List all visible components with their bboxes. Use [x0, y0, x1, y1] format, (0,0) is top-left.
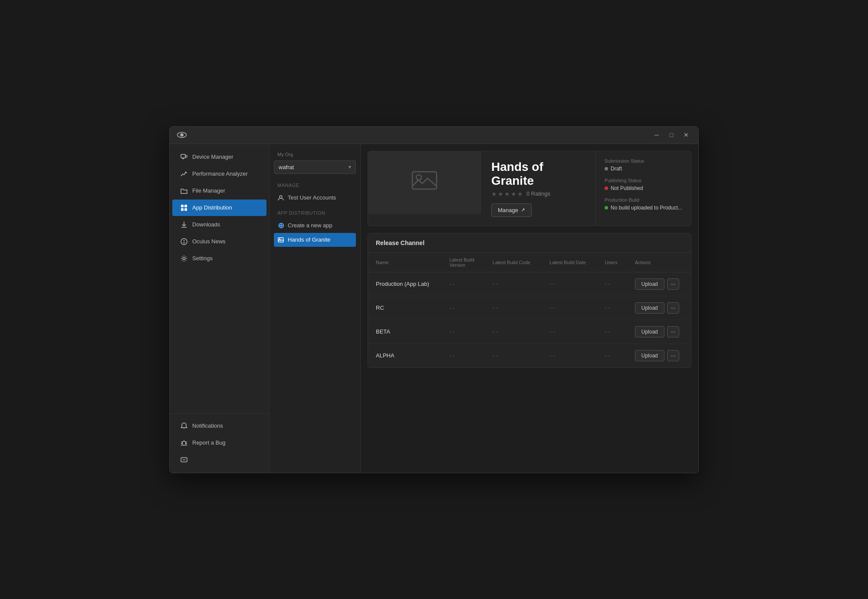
sidebar-item-file-manager[interactable]: File Manager: [172, 183, 266, 199]
col-latest-build-version: Latest BuildVersion: [441, 253, 485, 272]
sidebar-item-notifications[interactable]: Notifications: [172, 418, 266, 434]
sidebar-item-downloads[interactable]: Downloads: [172, 216, 266, 233]
sidebar-top: Device Manager Performance Analyzer: [170, 148, 269, 413]
sidebar-item-settings-label: Settings: [192, 255, 213, 262]
sidebar-item-oculus-news[interactable]: Oculus News: [172, 233, 266, 250]
sidebar-item-info[interactable]: [172, 452, 266, 468]
sidebar-item-device-manager-label: Device Manager: [192, 154, 233, 160]
mid-item-create-new-app-label: Create a new app: [288, 222, 332, 229]
svg-point-29: [279, 239, 280, 239]
sidebar-item-report-bug[interactable]: Report a Bug: [172, 435, 266, 451]
sidebar-item-performance-label: Performance Analyzer: [192, 170, 248, 177]
app-logo: [176, 129, 188, 141]
gear-icon: [180, 255, 188, 262]
app-dist-section-label: App Distribution: [274, 205, 356, 218]
svg-point-31: [416, 175, 421, 180]
mid-item-hands-of-granite[interactable]: Hands of Granite: [274, 233, 356, 247]
cell-build-version-alpha: - -: [441, 344, 485, 367]
actions-cell-alpha: Upload ···: [635, 350, 683, 361]
grid-icon: [180, 204, 188, 212]
sidebar-item-notifications-label: Notifications: [192, 422, 223, 429]
upload-button-production[interactable]: Upload: [635, 278, 664, 290]
status-panel: Submission Status Draft Publishing Statu…: [595, 151, 691, 226]
bug-icon: [180, 439, 188, 447]
org-name: wafrat: [279, 164, 294, 170]
more-button-beta[interactable]: ···: [667, 326, 679, 337]
close-button[interactable]: ✕: [680, 130, 692, 140]
sidebar-item-app-distribution[interactable]: App Distribution: [172, 200, 266, 216]
device-icon: [180, 153, 188, 161]
mid-item-create-new-app[interactable]: ⊕ Create a new app: [274, 219, 356, 232]
sidebar-item-settings[interactable]: Settings: [172, 250, 266, 267]
svg-rect-9: [181, 208, 184, 211]
external-link-icon: ↗: [521, 207, 525, 213]
maximize-button[interactable]: □: [665, 130, 677, 140]
cell-build-version-production: - -: [441, 272, 485, 296]
table-row: BETA - - - - - - - - Upload ···: [368, 320, 691, 344]
cell-build-code-beta: - -: [485, 320, 542, 344]
mid-panel: My Org wafrat ▾ Manage Test User Account…: [270, 144, 361, 473]
mid-item-hands-of-granite-label: Hands of Granite: [288, 236, 330, 243]
sidebar-item-oculus-news-label: Oculus News: [192, 238, 226, 245]
minimize-button[interactable]: ─: [651, 130, 663, 140]
col-actions: Actions: [627, 253, 691, 272]
more-button-alpha[interactable]: ···: [667, 350, 679, 361]
actions-cell-beta: Upload ···: [635, 326, 683, 337]
table-row: ALPHA - - - - - - - - Upload ···: [368, 344, 691, 367]
content-area: Hands of Granite ★ ★ ★ ★ ★ 0 Ratings Man…: [361, 144, 698, 473]
upload-button-rc[interactable]: Upload: [635, 302, 664, 314]
manage-section-label: Manage: [274, 181, 356, 190]
app-header-card: Hands of Granite ★ ★ ★ ★ ★ 0 Ratings Man…: [368, 151, 691, 226]
sidebar-item-app-dist-label: App Distribution: [192, 204, 232, 211]
sidebar-item-device-manager[interactable]: Device Manager: [172, 149, 266, 165]
upload-button-beta[interactable]: Upload: [635, 326, 664, 337]
cell-build-date-beta: - -: [542, 320, 597, 344]
sidebar-item-performance-analyzer[interactable]: Performance Analyzer: [172, 166, 266, 182]
mid-item-test-user-accounts-label: Test User Accounts: [288, 194, 336, 201]
cell-actions-rc: Upload ···: [627, 296, 691, 320]
chart-icon: [180, 170, 188, 178]
app-info: Hands of Granite ★ ★ ★ ★ ★ 0 Ratings Man…: [481, 151, 595, 226]
table-row: Production (App Lab) - - - - - - - - Upl…: [368, 272, 691, 296]
cell-actions-production: Upload ···: [627, 272, 691, 296]
submission-status-text: Draft: [611, 166, 622, 172]
manage-button[interactable]: Manage ↗: [491, 203, 532, 217]
cell-build-date-alpha: - -: [542, 344, 597, 367]
star-rating: ★ ★ ★ ★ ★: [491, 190, 523, 197]
chevron-down-icon: ▾: [349, 164, 351, 170]
org-selector[interactable]: wafrat ▾: [274, 160, 356, 174]
publishing-status-text: Not Published: [611, 185, 643, 191]
publishing-status-value: Not Published: [605, 185, 682, 191]
bell-icon: [180, 422, 188, 430]
submission-status-dot: [605, 167, 608, 170]
svg-point-16: [183, 257, 185, 259]
release-channel-table-wrapper: Name Latest BuildVersion Latest Build Co…: [368, 253, 691, 367]
cell-build-version-rc: - -: [441, 296, 485, 320]
col-users: Users: [597, 253, 627, 272]
svg-point-27: [279, 196, 282, 198]
user-icon: [277, 194, 284, 201]
sidebar-item-file-manager-label: File Manager: [192, 187, 225, 194]
publishing-status-label: Publishing Status: [605, 178, 682, 183]
mid-item-test-user-accounts[interactable]: Test User Accounts: [274, 191, 356, 205]
org-section-title: My Org: [274, 150, 356, 160]
svg-rect-10: [184, 208, 187, 211]
upload-button-alpha[interactable]: Upload: [635, 350, 664, 361]
svg-point-6: [185, 171, 187, 173]
production-build-label: Production Build: [605, 197, 682, 203]
svg-line-24: [186, 445, 187, 445]
release-channel-table: Name Latest BuildVersion Latest Build Co…: [368, 253, 691, 367]
production-build-text: No build uploaded to Product...: [611, 205, 682, 211]
table-header-row: Name Latest BuildVersion Latest Build Co…: [368, 253, 691, 272]
svg-rect-30: [412, 172, 437, 189]
star-4: ★: [511, 190, 516, 197]
svg-rect-3: [186, 155, 187, 157]
more-button-production[interactable]: ···: [667, 278, 679, 290]
more-button-rc[interactable]: ···: [667, 302, 679, 314]
release-channel-section: Release Channel Name Latest BuildVersion…: [368, 233, 691, 368]
cell-build-code-rc: - -: [485, 296, 542, 320]
cell-name-rc: RC: [368, 296, 441, 320]
cell-build-code-alpha: - -: [485, 344, 542, 367]
cell-build-date-rc: - -: [542, 296, 597, 320]
submission-status-section: Submission Status Draft: [605, 158, 682, 172]
